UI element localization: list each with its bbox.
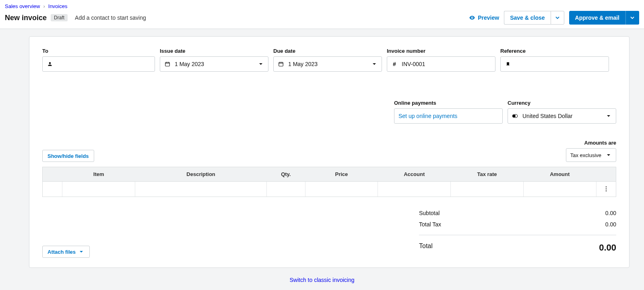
approve-email-button[interactable]: Approve & email	[569, 11, 625, 25]
show-hide-fields-button[interactable]: Show/hide fields	[42, 150, 94, 162]
caret-down-icon	[629, 14, 636, 21]
save-hint: Add a contact to start saving	[75, 14, 146, 21]
invoice-card: To Issue date 1 May 2023 Due date	[29, 36, 630, 268]
attach-files-label: Attach files	[47, 249, 76, 255]
svg-point-5	[605, 188, 607, 189]
issue-date-value: 1 May 2023	[175, 61, 204, 67]
row-drag-handle[interactable]	[43, 182, 62, 197]
col-desc-header: Description	[135, 167, 267, 182]
col-account-header: Account	[378, 167, 451, 182]
reference-input-text[interactable]	[515, 61, 605, 67]
online-payments-input[interactable]: Set up online payments	[394, 108, 503, 124]
svg-point-6	[605, 190, 607, 191]
reference-label: Reference	[500, 48, 609, 54]
kebab-icon	[603, 186, 609, 192]
subtotal-label: Subtotal	[419, 210, 440, 216]
due-date-input[interactable]: 1 May 2023	[273, 56, 382, 72]
currency-icon	[512, 113, 518, 119]
amounts-are-label: Amounts are	[566, 140, 616, 146]
reference-input[interactable]	[500, 56, 609, 72]
issue-date-label: Issue date	[160, 48, 268, 54]
cell-price[interactable]	[305, 182, 378, 197]
caret-down-icon	[78, 249, 85, 255]
approve-email-menu-button[interactable]	[625, 11, 639, 25]
to-input-text[interactable]	[57, 61, 151, 67]
col-menu-header	[596, 167, 616, 182]
subtotal-value: 0.00	[605, 210, 616, 216]
caret-down-icon	[371, 61, 378, 67]
svg-rect-0	[165, 62, 170, 66]
issue-date-field: Issue date 1 May 2023	[160, 48, 268, 72]
table-row	[43, 182, 616, 197]
preview-label: Preview	[478, 14, 499, 21]
caret-down-icon	[554, 14, 561, 21]
calendar-icon	[164, 61, 171, 67]
svg-rect-1	[279, 62, 283, 66]
reference-field: Reference	[500, 48, 609, 72]
amounts-are-block: Amounts are Tax exclusive	[566, 140, 616, 162]
row-menu-button[interactable]	[596, 182, 616, 197]
page-title: New invoice	[5, 14, 47, 22]
col-tax-header: Tax rate	[451, 167, 524, 182]
cell-amount[interactable]	[523, 182, 596, 197]
total-tax-value: 0.00	[605, 221, 616, 228]
calendar-icon	[278, 61, 284, 67]
breadcrumb-root[interactable]: Sales overview	[5, 3, 40, 9]
col-qty-header: Qty.	[267, 167, 305, 182]
invoice-number-label: Invoice number	[387, 48, 495, 54]
to-field: To	[42, 48, 155, 72]
save-close-button[interactable]: Save & close	[504, 11, 550, 25]
line-items-table: Item Description Qty. Price Account Tax …	[42, 167, 616, 197]
total-label: Total	[419, 242, 433, 253]
due-date-value: 1 May 2023	[288, 61, 318, 67]
caret-down-icon	[605, 113, 612, 119]
eye-icon	[469, 14, 475, 21]
status-badge: Draft	[51, 14, 68, 21]
online-payments-label: Online payments	[394, 100, 503, 106]
issue-date-input[interactable]: 1 May 2023	[160, 56, 268, 72]
col-amount-header: Amount	[523, 167, 596, 182]
preview-link[interactable]: Preview	[469, 14, 499, 21]
due-date-field: Due date 1 May 2023	[273, 48, 382, 72]
breadcrumb: Sales overview › Invoices	[5, 3, 639, 9]
invoice-number-field: Invoice number # INV-0001	[387, 48, 495, 72]
cell-qty[interactable]	[267, 182, 305, 197]
person-icon	[47, 61, 53, 67]
cell-account[interactable]	[378, 182, 451, 197]
attach-files-button[interactable]: Attach files	[42, 246, 90, 258]
amounts-are-select[interactable]: Tax exclusive	[566, 148, 616, 162]
page-header: Sales overview › Invoices New invoice Dr…	[0, 0, 644, 29]
setup-online-payments-link[interactable]: Set up online payments	[398, 113, 457, 119]
bookmark-icon	[505, 61, 511, 67]
to-label: To	[42, 48, 155, 54]
hash-icon: #	[391, 61, 398, 67]
totals-divider	[419, 235, 616, 235]
table-header-row: Item Description Qty. Price Account Tax …	[43, 167, 616, 182]
currency-field: Currency United States Dollar	[508, 100, 616, 124]
cell-item[interactable]	[62, 182, 135, 197]
col-price-header: Price	[305, 167, 378, 182]
currency-label: Currency	[508, 100, 616, 106]
col-item-header: Item	[62, 167, 135, 182]
currency-value: United States Dollar	[522, 113, 573, 119]
switch-classic-link[interactable]: Switch to classic invoicing	[289, 277, 354, 283]
invoice-number-input[interactable]: # INV-0001	[387, 56, 495, 72]
currency-select[interactable]: United States Dollar	[508, 108, 616, 124]
cell-description[interactable]	[135, 182, 267, 197]
save-close-menu-button[interactable]	[551, 11, 564, 25]
to-input[interactable]	[42, 56, 155, 72]
svg-point-4	[605, 186, 607, 187]
online-payments-field: Online payments Set up online payments	[394, 100, 503, 124]
amounts-are-value: Tax exclusive	[570, 152, 601, 158]
cell-tax[interactable]	[451, 182, 524, 197]
due-date-label: Due date	[273, 48, 382, 54]
col-drag-header	[43, 167, 62, 182]
breadcrumb-current[interactable]: Invoices	[48, 3, 68, 9]
caret-down-icon	[605, 152, 612, 158]
total-tax-label: Total Tax	[419, 221, 441, 228]
caret-down-icon	[258, 61, 264, 67]
chevron-right-icon: ›	[43, 3, 45, 9]
invoice-number-value: INV-0001	[402, 61, 425, 67]
total-value: 0.00	[599, 242, 616, 253]
